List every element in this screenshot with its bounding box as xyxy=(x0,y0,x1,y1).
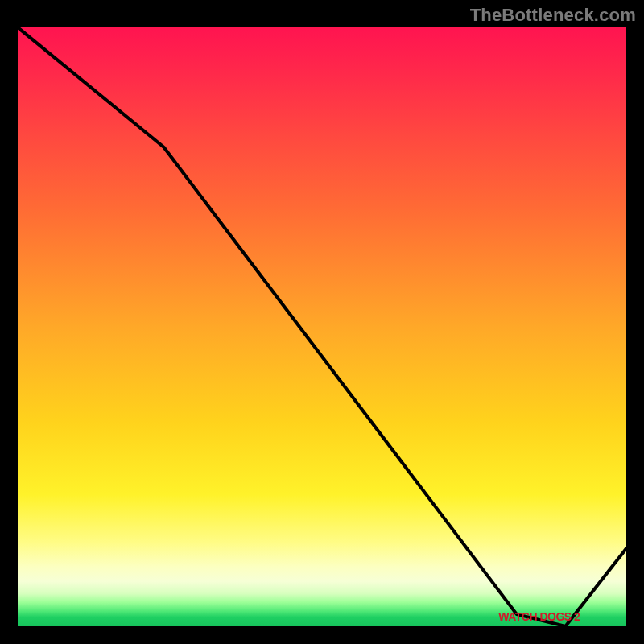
min-point-label: WATCH DOGS 2 xyxy=(498,610,580,623)
watermark-text: TheBottleneck.com xyxy=(470,5,636,26)
bottleneck-curve xyxy=(18,27,626,626)
chart-frame: TheBottleneck.com WATCH DOGS 2 xyxy=(0,0,644,644)
plot-area: WATCH DOGS 2 xyxy=(14,24,630,630)
